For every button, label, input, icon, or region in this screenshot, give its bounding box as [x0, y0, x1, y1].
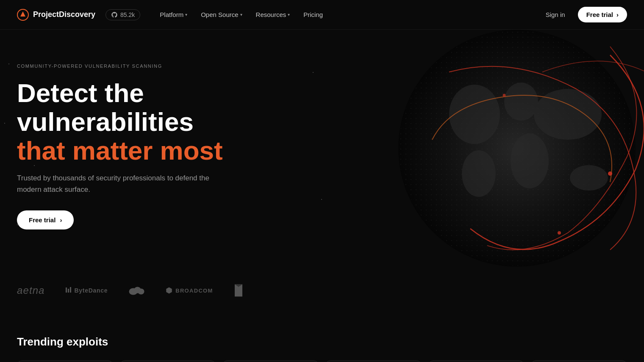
hero-content: COMMUNITY-POWERED VULNERABILITY SCANNING…: [17, 64, 305, 229]
svg-rect-19: [132, 291, 142, 293]
hero-tag: COMMUNITY-POWERED VULNERABILITY SCANNING: [17, 64, 305, 69]
logo-text: ProjectDiscovery: [33, 10, 95, 19]
chevron-down-icon: ▾: [240, 12, 242, 17]
svg-rect-14: [68, 289, 69, 293]
github-count: 85.2k: [120, 11, 135, 18]
svg-point-7: [511, 133, 549, 188]
arrow-right-icon: ›: [60, 216, 62, 224]
sign-in-button[interactable]: Sign in: [540, 8, 571, 22]
nav-platform[interactable]: Platform ▾: [154, 8, 193, 22]
chevron-down-icon: ▾: [288, 12, 290, 17]
exploit-card-vmware[interactable]: vm VMware: [222, 360, 319, 362]
hero-title-line1: Detect the vulnerabilities: [17, 78, 194, 136]
svg-point-11: [558, 231, 561, 235]
svg-point-10: [608, 171, 612, 176]
svg-point-9: [570, 165, 608, 191]
nav-resources[interactable]: Resources ▾: [250, 8, 296, 22]
chevron-down-icon: ▾: [185, 12, 187, 17]
nav-open-source[interactable]: Open Source ▾: [195, 8, 248, 22]
dot-decoration: [313, 72, 314, 73]
trending-section: Trending exploits MOVEit Transfer Redis: [0, 323, 644, 362]
github-link[interactable]: 85.2k: [105, 9, 140, 20]
hero-subtitle: Trusted by thousands of security profess…: [17, 172, 220, 195]
svg-point-4: [449, 85, 500, 144]
logos-section: aetna ByteDance BROADCOM: [0, 275, 644, 323]
hero-title-accent: that matter most: [17, 136, 223, 165]
logo-broadcom: BROADCOM: [165, 287, 213, 294]
nav-links: Platform ▾ Open Source ▾ Resources ▾ Pri…: [154, 8, 539, 22]
arrow-right-icon: ›: [616, 11, 619, 18]
exploit-cards: MOVEit Transfer Redis vm VMware: [17, 360, 627, 362]
nav-right: Sign in Free trial ›: [540, 7, 627, 22]
logo-icon: [17, 9, 29, 21]
svg-rect-13: [66, 287, 67, 293]
globe-visualization: [364, 30, 644, 275]
nav-pricing[interactable]: Pricing: [297, 8, 329, 22]
hero-title: Detect the vulnerabilities that matter m…: [17, 79, 305, 166]
github-icon: [111, 11, 118, 18]
nav-free-trial-button[interactable]: Free trial ›: [578, 7, 627, 22]
svg-point-5: [504, 83, 538, 121]
logo-link[interactable]: ProjectDiscovery: [17, 9, 95, 21]
logo-bytedance: ByteDance: [65, 287, 108, 295]
hero-cta-button[interactable]: Free trial ›: [17, 210, 74, 229]
navbar: ProjectDiscovery 85.2k Platform ▾ Open S…: [0, 0, 644, 30]
hero-section: COMMUNITY-POWERED VULNERABILITY SCANNING…: [0, 30, 644, 275]
trending-title: Trending exploits: [17, 335, 627, 348]
logo-aetna: aetna: [17, 285, 45, 296]
logo-salesforce: [128, 285, 145, 296]
exploit-card-couchdb[interactable]: CouchDB: [531, 360, 627, 362]
dot-decoration: [4, 123, 5, 124]
exploit-card-moveit[interactable]: MOVEit Transfer: [17, 360, 113, 362]
exploit-card-wp-elementor[interactable]: W WP Elementor: [428, 360, 525, 362]
exploit-card-rocketmq[interactable]: RocketMQ: [325, 360, 422, 362]
svg-rect-15: [70, 287, 71, 293]
logo-nfl: [233, 284, 244, 297]
svg-point-8: [462, 150, 496, 197]
dot-decoration: [321, 199, 322, 200]
exploit-card-redis[interactable]: Redis: [120, 360, 216, 362]
dot-decoration: [8, 64, 9, 64]
svg-point-12: [503, 94, 506, 97]
